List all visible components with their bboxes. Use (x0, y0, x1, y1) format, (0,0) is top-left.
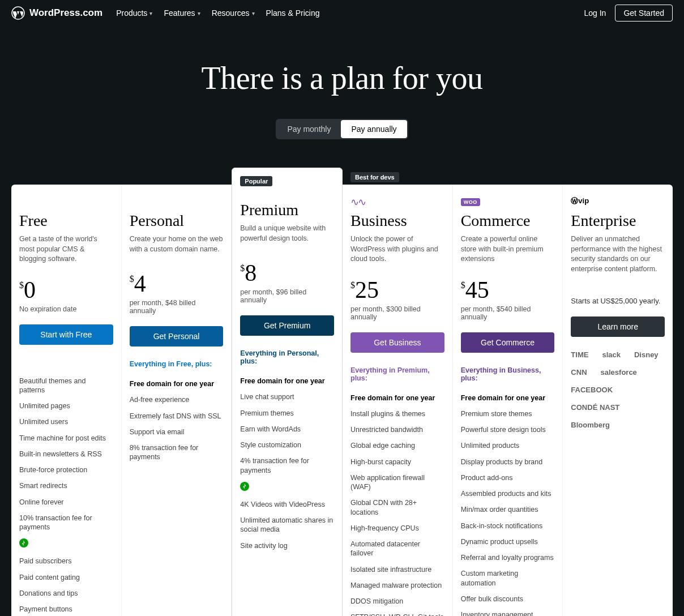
feature-item: Earn with WordAds (240, 421, 334, 437)
feature-item: Inventory management (461, 607, 555, 616)
feature-item: Extremely fast DNS with SSL (130, 408, 224, 424)
feature-item: Global CDN with 28+ locations (350, 495, 444, 520)
feature-item: 8% transaction fee for payments (130, 440, 224, 465)
everything-label: Everything in Business, plus: (461, 366, 555, 382)
dev-badge: Best for devs (350, 172, 399, 182)
feature-item: High-frequency CPUs (350, 520, 444, 536)
everything-label: Everything in Free, plus: (130, 360, 224, 368)
plan-desc: Create a powerful online store with buil… (461, 234, 555, 264)
plan-price: $25 (350, 278, 444, 302)
wordpress-icon (11, 6, 25, 20)
feature-list-jet: Paid subscribersPaid content gatingDonat… (19, 553, 113, 616)
feature-item: Support via email (130, 424, 224, 440)
popular-badge: Popular (240, 176, 272, 186)
feature-item: Offer bulk discounts (461, 591, 555, 607)
cta-commerce[interactable]: Get Commerce (461, 332, 555, 353)
cta-personal[interactable]: Get Personal (130, 326, 224, 346)
feature-list: Free domain for one year (130, 376, 224, 392)
logo-item: Bloomberg (571, 421, 610, 429)
feature-item: Web application firewall (WAF) (350, 470, 444, 495)
logo-item: CONDÉ NAST (571, 403, 619, 412)
feature-item: Install plugins & themes (350, 406, 444, 422)
price-note: per month, $96 billed annually (240, 288, 334, 304)
price-note: per month, $48 billed annually (130, 299, 224, 315)
feature-item: Donations and tips (19, 585, 113, 601)
feature-item: SFTP/SSH, WP-CLI, Git tools (350, 609, 444, 616)
billing-toggle: Pay monthly Pay annually (276, 119, 408, 139)
feature-item: Site activity log (240, 538, 334, 554)
plan-desc: Build a unique website with powerful des… (240, 224, 334, 247)
plan-name: Enterprise (571, 212, 665, 230)
plan-commerce: WOO Commerce Create a powerful online st… (453, 185, 563, 616)
nav-features[interactable]: Features▾ (164, 8, 200, 18)
feature-item: Min/max order quantities (461, 502, 555, 517)
business-icon: ∿∿ (350, 196, 444, 207)
plan-desc: Get a taste of the world's most popular … (19, 234, 113, 264)
plan-price: $0 (19, 278, 113, 302)
chevron-down-icon: ▾ (198, 10, 200, 16)
feature-item: Back-in-stock notifications (461, 518, 555, 534)
plan-price: $4 (130, 272, 224, 296)
plan-business: Best for devs ∿∿ Business Unlock the pow… (343, 185, 453, 616)
feature-item: Beautiful themes and patterns (19, 373, 113, 399)
vip-icon: Ⓦvip (571, 196, 665, 207)
nav-products[interactable]: Products▾ (116, 8, 152, 18)
logo-item: TIME (571, 350, 588, 359)
feature-item: Unlimited products (461, 438, 555, 454)
nav-plans[interactable]: Plans & Pricing (266, 8, 320, 18)
feature-item: Paid content gating (19, 570, 113, 585)
plan-name: Premium (240, 201, 334, 219)
chevron-down-icon: ▾ (252, 10, 255, 16)
feature-item: Style customization (240, 437, 334, 453)
get-started-button[interactable]: Get Started (615, 5, 673, 22)
nav-resources[interactable]: Resources▾ (212, 8, 255, 18)
feature-item: Custom marketing automation (461, 566, 555, 591)
feature-item: Referral and loyalty programs (461, 550, 555, 566)
plan-name: Free (19, 212, 113, 230)
plan-free: Free Get a taste of the world's most pop… (11, 185, 122, 616)
cta-free[interactable]: Start with Free (19, 324, 113, 345)
everything-label: Everything in Premium, plus: (350, 366, 444, 382)
feature-item: Ad-free experience (130, 392, 224, 408)
feature-item: Unlimited automatic shares in social med… (240, 512, 334, 538)
toggle-monthly[interactable]: Pay monthly (277, 120, 341, 138)
price-note: per month, $300 billed annually (350, 305, 444, 321)
feature-item: 4K Videos with VideoPress (240, 497, 334, 512)
page-title: There is a plan for you (11, 60, 673, 96)
logo-item: Disney (634, 350, 659, 359)
plan-enterprise: Ⓦvip Enterprise Deliver an unmatched per… (563, 185, 673, 616)
logo-item: CNN (571, 368, 587, 377)
customer-logos: TIMEslackDisneyCNNsalesforceFACEBOOKCOND… (571, 350, 665, 429)
plan-personal: Personal Create your home on the web wit… (122, 185, 232, 616)
plan-name: Business (350, 212, 444, 230)
jetpack-icon (19, 538, 28, 547)
price-note: No expiration date (19, 305, 113, 313)
feature-item: Live chat support (240, 389, 334, 405)
main-nav: Products▾ Features▾ Resources▾ Plans & P… (116, 8, 570, 18)
feature-item: 4% transaction fee for payments (240, 453, 334, 478)
toggle-annually[interactable]: Pay annually (341, 120, 407, 138)
cta-enterprise[interactable]: Learn more (571, 316, 665, 337)
feature-item: Smart redirects (19, 478, 113, 494)
cta-business[interactable]: Get Business (350, 332, 444, 353)
header: WordPress.com Products▾ Features▾ Resour… (0, 0, 684, 26)
plan-desc: Create your home on the web with a custo… (130, 234, 224, 258)
feature-item: Time machine for post edits (19, 430, 113, 446)
logo[interactable]: WordPress.com (11, 6, 102, 20)
feature-item: Payment buttons (19, 601, 113, 616)
jetpack-icon (240, 482, 249, 491)
feature-item: DDOS mitigation (350, 593, 444, 609)
plans-grid: Free Get a taste of the world's most pop… (11, 185, 673, 616)
plan-premium: Popular Premium Build a unique website w… (232, 168, 343, 616)
plan-name: Personal (130, 212, 224, 230)
cta-premium[interactable]: Get Premium (240, 315, 334, 336)
login-link[interactable]: Log In (584, 8, 606, 18)
feature-list: Beautiful themes and patternsUnlimited p… (19, 373, 113, 536)
plan-price: $8 (240, 261, 334, 285)
logo-item: salesforce (601, 368, 637, 377)
feature-item: Automated datacenter failover (350, 536, 444, 562)
feature-item: Product add-ons (461, 470, 555, 486)
feature-item: Unlimited users (19, 414, 113, 430)
feature-item: Powerful store design tools (461, 422, 555, 438)
feature-item: Online forever (19, 494, 113, 510)
